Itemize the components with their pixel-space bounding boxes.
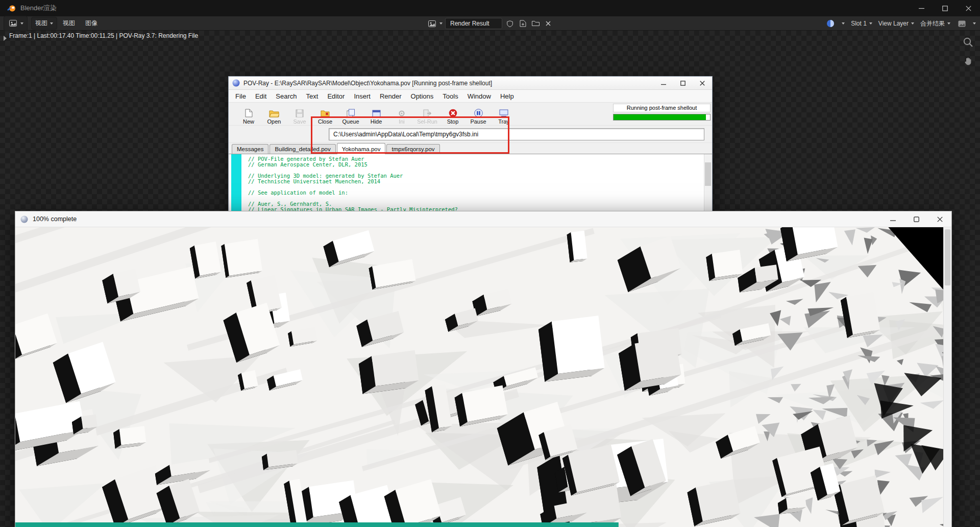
toolbar-hide-button[interactable]: Hide — [363, 103, 389, 125]
toolbar-ini-label: Ini — [399, 118, 405, 125]
close-file-folder-icon — [321, 107, 330, 117]
render-minimize-button[interactable] — [881, 211, 904, 227]
menu-editor[interactable]: Editor — [323, 92, 349, 100]
toolbar-pause-button[interactable]: Pause — [465, 103, 491, 125]
ini-path-field[interactable]: C:\Users\admin\AppData\Local\Temp\tmpy6g… — [329, 128, 704, 140]
toolbar-open-label: Open — [267, 118, 281, 125]
render-scrollbar-thumb[interactable] — [945, 229, 950, 285]
blender-titlebar: Blender渲染 — [0, 0, 980, 16]
render-window-titlebar[interactable]: 100% complete — [15, 211, 951, 227]
toolbar-queue-label: Queue — [342, 118, 359, 125]
open-image-folder-icon[interactable] — [530, 18, 541, 29]
new-image-icon[interactable] — [518, 18, 528, 29]
povray-close-button[interactable] — [693, 77, 712, 89]
toolbar-close-button[interactable]: Close — [312, 103, 338, 125]
render-window-scrollbar[interactable] — [943, 227, 951, 527]
chevron-down-icon[interactable] — [439, 22, 443, 25]
sel-run-icon — [423, 107, 432, 117]
ini-path-value: C:\Users\admin\AppData\Local\Temp\tmpy6g… — [333, 131, 478, 138]
blender-image-editor-header: 视图 视图 图像 Render Result — [0, 16, 980, 31]
slot-dropdown[interactable]: Slot 1 — [851, 20, 872, 27]
menu-help[interactable]: Help — [496, 92, 519, 100]
pause-icon — [474, 107, 483, 117]
menu-render[interactable]: Render — [375, 92, 406, 100]
toolbar-open-button[interactable]: Open — [261, 103, 287, 125]
pan-hand-icon[interactable] — [963, 56, 973, 68]
menu-view[interactable]: 视图 — [58, 17, 80, 29]
editor-scrollbar-thumb[interactable] — [705, 162, 711, 186]
toolbar-queue-button[interactable]: Queue — [338, 103, 363, 125]
menu-window[interactable]: Window — [463, 92, 496, 100]
unlink-image-icon[interactable] — [543, 18, 553, 29]
tray-icon — [499, 107, 508, 117]
chevron-down-icon — [911, 22, 914, 25]
toolbar-tray-label: Tray — [498, 118, 509, 125]
toolbar-new-button[interactable]: New — [236, 103, 261, 125]
chevron-down-icon — [20, 22, 23, 25]
tab-tmp-pov[interactable]: tmpx6rqorsy.pov — [386, 144, 439, 154]
rendered-city-image — [15, 227, 943, 527]
blender-close-button[interactable] — [957, 0, 980, 16]
save-floppy-icon — [296, 107, 304, 117]
image-pin-icon[interactable] — [825, 18, 836, 29]
blender-maximize-button[interactable] — [933, 0, 957, 16]
menu-tools[interactable]: Tools — [438, 92, 462, 100]
toolbar-tray-button[interactable]: Tray — [491, 103, 517, 125]
tab-building-detailed-pov[interactable]: Building_detailed.pov — [270, 144, 335, 154]
render-window-controls — [881, 211, 951, 227]
toolbar-pause-label: Pause — [470, 118, 486, 125]
image-datablock-selector: Render Result — [427, 18, 553, 29]
view-mode-dropdown[interactable]: 视图 — [31, 17, 57, 30]
shellout-status-label: Running post-frame shellout — [613, 104, 710, 112]
povray-app-icon — [232, 79, 240, 87]
editor-type-dropdown[interactable] — [4, 16, 28, 31]
view-layer-dropdown[interactable]: View Layer — [878, 20, 914, 27]
display-channels-icon[interactable] — [957, 18, 967, 29]
render-close-button[interactable] — [928, 211, 951, 227]
view-layer-label: View Layer — [878, 20, 909, 27]
toolbar-save-button: Save — [287, 103, 312, 125]
code-text: // POV-File generated by Stefan Auer // … — [248, 156, 458, 212]
image-name-field[interactable]: Render Result — [445, 18, 502, 29]
hide-window-icon — [372, 107, 381, 117]
zoom-icon[interactable] — [963, 37, 974, 50]
render-maximize-button[interactable] — [904, 211, 928, 227]
menu-file[interactable]: File — [231, 92, 251, 100]
blender-window-controls — [910, 0, 980, 16]
toolbar-selrun-button: Sel-Run — [414, 103, 440, 125]
queue-pages-icon — [347, 107, 355, 117]
slot-label: Slot 1 — [851, 20, 867, 27]
blender-minimize-button[interactable] — [910, 0, 933, 16]
browse-image-icon[interactable] — [427, 18, 437, 29]
toolbar-new-label: New — [243, 118, 254, 125]
povray-titlebar[interactable]: POV-Ray - E:\RaySAR\RaySAR\Model\Object\… — [229, 77, 712, 90]
ini-gear-icon — [398, 107, 406, 117]
toolbar-stop-button[interactable]: Stop — [440, 103, 465, 125]
toolbar-hide-label: Hide — [371, 118, 382, 125]
tab-messages[interactable]: Messages — [232, 144, 268, 154]
render-window-title: 100% complete — [33, 215, 77, 223]
toolbar-ini-button: Ini — [389, 103, 414, 125]
new-file-icon — [245, 107, 253, 117]
povray-toolbar: New Open Save Close Queue Hide — [229, 103, 712, 126]
chevron-down-icon — [869, 22, 872, 25]
region-expand-arrow[interactable] — [4, 36, 7, 41]
povray-minimize-button[interactable] — [654, 77, 673, 89]
view-mode-label: 视图 — [35, 19, 47, 28]
chevron-down-icon[interactable] — [842, 22, 845, 25]
povray-maximize-button[interactable] — [673, 77, 693, 89]
menu-search[interactable]: Search — [271, 92, 301, 100]
render-pass-dropdown[interactable]: 合并结果 — [920, 19, 950, 28]
fake-user-shield-icon[interactable] — [505, 18, 515, 29]
povray-file-tabs: Messages Building_detailed.pov Yokohama.… — [229, 143, 712, 154]
menu-edit[interactable]: Edit — [251, 92, 271, 100]
toolbar-selrun-label: Sel-Run — [417, 118, 437, 125]
tab-yokohama-pov[interactable]: Yokohama.pov — [337, 143, 386, 154]
chevron-down-icon — [50, 22, 53, 25]
menu-insert[interactable]: Insert — [349, 92, 375, 100]
menu-options[interactable]: Options — [406, 92, 438, 100]
toolbar-stop-label: Stop — [447, 118, 459, 125]
menu-text[interactable]: Text — [302, 92, 323, 100]
chevron-down-icon[interactable] — [973, 22, 976, 25]
menu-image[interactable]: 图像 — [81, 17, 102, 29]
